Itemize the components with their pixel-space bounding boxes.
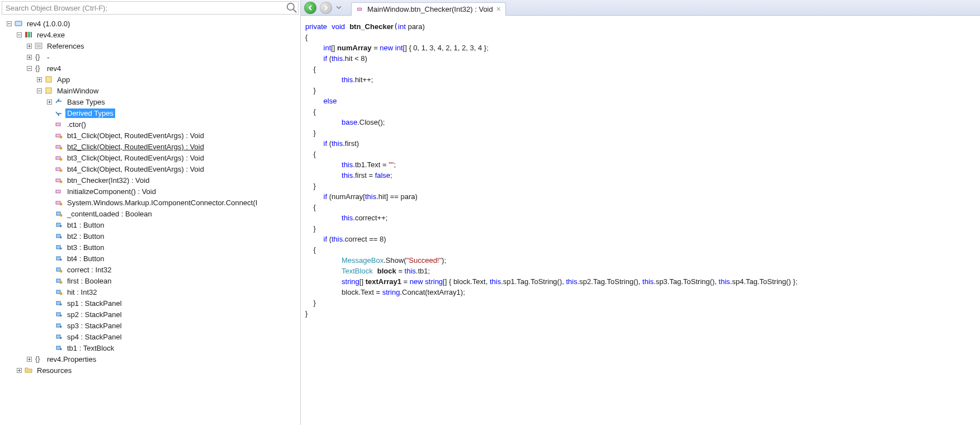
method-private-icon: [54, 198, 63, 207]
expand-toggle[interactable]: [26, 42, 32, 49]
assembly-icon: [14, 19, 23, 28]
tree-node-bt4click[interactable]: bt4_Click(Object, RoutedEventArgs) : Voi…: [2, 163, 300, 174]
tree-label: bt3_Click(Object, RoutedEventArgs) : Voi…: [65, 153, 206, 163]
tree-view[interactable]: rev4 (1.0.0.0) rev4.exe References {} - …: [0, 17, 300, 425]
svg-rect-32: [56, 257, 60, 260]
svg-point-36: [60, 281, 63, 284]
expand-toggle[interactable]: [26, 54, 32, 60]
tree-node-sp2[interactable]: sp2 : StackPanel: [2, 309, 300, 320]
svg-rect-30: [56, 234, 60, 238]
tree-node-sp3[interactable]: sp3 : StackPanel: [2, 320, 300, 331]
field-private-icon: [54, 265, 63, 274]
svg-rect-11: [46, 77, 51, 82]
tree-label: rev4.exe: [35, 30, 67, 40]
tree-node-namespace[interactable]: {} rev4: [2, 63, 300, 74]
method-private-icon: [54, 153, 63, 162]
tree-node-correct[interactable]: correct : Int32: [2, 264, 300, 275]
svg-text:{}: {}: [35, 64, 40, 72]
namespace-icon: {}: [34, 64, 43, 73]
method-icon: [54, 187, 63, 196]
field-internal-icon: [54, 332, 63, 341]
tree-node-derivedtypes[interactable]: Derived Types: [2, 107, 300, 119]
tree-node-contentloaded[interactable]: _contentLoaded : Boolean: [2, 208, 300, 219]
expand-spacer: [46, 210, 53, 217]
expand-toggle[interactable]: [16, 367, 22, 374]
tree-label: rev4.Properties: [45, 355, 98, 364]
tree-label: -: [45, 53, 51, 62]
tree-label: btn_Checker(Int32) : Void: [65, 176, 151, 185]
tree-label: InitializeComponent() : Void: [65, 187, 158, 196]
tree-node-sp4[interactable]: sp4 : StackPanel: [2, 331, 300, 342]
search-icon[interactable]: [286, 2, 298, 14]
tree-node-connect[interactable]: System.Windows.Markup.IComponentConnecto…: [2, 197, 300, 208]
nav-back-button[interactable]: [304, 2, 316, 14]
expand-toggle[interactable]: [36, 87, 42, 94]
expand-toggle[interactable]: [6, 20, 12, 27]
nav-forward-button[interactable]: [320, 2, 332, 14]
tree-label: sp4 : StackPanel: [65, 332, 124, 342]
tree-label: _contentLoaded : Boolean: [65, 209, 154, 219]
tree-label: bt3 : Button: [65, 243, 106, 252]
tree-node-ctor[interactable]: .ctor(): [2, 119, 300, 130]
svg-rect-6: [35, 43, 42, 49]
tree-node-btnchecker[interactable]: btn_Checker(Int32) : Void: [2, 174, 300, 186]
tree-label: rev4 (1.0.0.0): [25, 19, 72, 29]
search-input[interactable]: [2, 2, 286, 14]
tree-node-tb1[interactable]: tb1 : TextBlock: [2, 342, 300, 353]
svg-point-19: [60, 158, 63, 161]
tree-node-hit[interactable]: hit : Int32: [2, 286, 300, 298]
expand-toggle[interactable]: [16, 31, 22, 38]
method-private-icon: [54, 176, 63, 185]
tree-node-bt1click[interactable]: bt1_Click(Object, RoutedEventArgs) : Voi…: [2, 130, 300, 141]
svg-text:{}: {}: [35, 355, 40, 363]
editor-tab[interactable]: MainWindow.btn_Checker(Int32) : Void ×: [351, 2, 506, 16]
tree-label: MainWindow: [55, 86, 100, 96]
tree-node-resources[interactable]: Resources: [2, 365, 300, 376]
expand-toggle[interactable]: [26, 356, 32, 362]
tree-node-bt1[interactable]: bt1 : Button: [2, 219, 300, 230]
expand-spacer: [46, 121, 53, 128]
tree-node-app[interactable]: App: [2, 74, 300, 85]
tree-node-root[interactable]: rev4 (1.0.0.0): [2, 18, 300, 29]
expand-toggle[interactable]: [26, 65, 32, 72]
tree-node-bt3click[interactable]: bt3_Click(Object, RoutedEventArgs) : Voi…: [2, 152, 300, 163]
expand-spacer: [46, 188, 53, 195]
tree-node-bt2click[interactable]: bt2_Click(Object, RoutedEventArgs) : Voi…: [2, 141, 300, 152]
svg-point-17: [60, 147, 63, 150]
field-internal-icon: [54, 299, 63, 308]
code-editor[interactable]: private void btn_Checker(int para) { int…: [301, 16, 980, 425]
expand-spacer: [46, 154, 53, 161]
tree-node-exe[interactable]: rev4.exe: [2, 29, 300, 40]
tree-node-bt2[interactable]: bt2 : Button: [2, 230, 300, 242]
method-private-icon: [54, 131, 63, 140]
expand-spacer: [46, 166, 53, 172]
expand-spacer: [46, 132, 53, 139]
tree-node-references[interactable]: References: [2, 40, 300, 51]
tree-node-bt4[interactable]: bt4 : Button: [2, 253, 300, 264]
expand-spacer: [46, 177, 53, 183]
tree-label: sp1 : StackPanel: [65, 299, 124, 308]
tree-node-dash[interactable]: {} -: [2, 51, 300, 63]
tree-label: Derived Types: [65, 108, 115, 118]
tree-node-mainwindow[interactable]: MainWindow: [2, 85, 300, 96]
svg-point-23: [60, 181, 63, 183]
svg-point-15: [60, 136, 63, 139]
expand-toggle[interactable]: [46, 98, 53, 105]
tree-label: References: [45, 41, 86, 51]
tree-node-bt3[interactable]: bt3 : Button: [2, 242, 300, 253]
tree-node-initcomponent[interactable]: InitializeComponent() : Void: [2, 186, 300, 197]
tab-close-button[interactable]: ×: [496, 5, 501, 13]
tree-node-properties[interactable]: {} rev4.Properties: [2, 353, 300, 365]
tree-label: sp3 : StackPanel: [65, 321, 124, 330]
expand-toggle[interactable]: [36, 76, 42, 83]
svg-rect-7: [36, 45, 41, 45]
tree-label: bt2 : Button: [65, 232, 106, 241]
svg-rect-40: [56, 313, 60, 316]
field-private-icon: [54, 276, 63, 285]
tree-node-first[interactable]: first : Boolean: [2, 275, 300, 286]
svg-rect-5: [31, 32, 32, 37]
tree-node-sp1[interactable]: sp1 : StackPanel: [2, 298, 300, 309]
nav-history-dropdown[interactable]: [335, 6, 342, 9]
tree-node-basetypes[interactable]: Base Types: [2, 96, 300, 107]
search-box[interactable]: [2, 1, 299, 15]
